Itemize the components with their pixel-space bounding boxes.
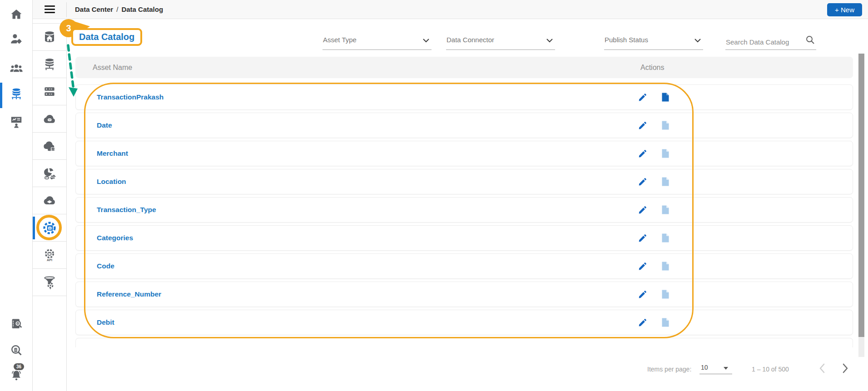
- table-row-partial: [75, 338, 853, 347]
- edit-pencil-icon[interactable]: [638, 289, 648, 299]
- file-document-icon[interactable]: [660, 289, 671, 300]
- server-racks-icon: [42, 84, 57, 99]
- new-button[interactable]: + New: [827, 3, 862, 16]
- table-row: Date: [75, 113, 853, 138]
- filter-data-connector[interactable]: Data Connector: [446, 28, 555, 50]
- sidebar-item-servers[interactable]: [33, 78, 66, 105]
- api-icon-label: API: [47, 257, 52, 262]
- table-row: TransactionPrakash: [75, 84, 853, 110]
- topbar: Data Center/Data Catalog + New: [33, 0, 868, 19]
- cloud-icon: [42, 193, 57, 208]
- breadcrumb: Data Center/Data Catalog: [75, 0, 163, 19]
- edit-pencil-icon[interactable]: [638, 261, 648, 271]
- file-document-icon[interactable]: [660, 176, 671, 187]
- asset-name-link[interactable]: Date: [97, 113, 112, 138]
- database-home-icon: [42, 30, 57, 45]
- pagination-range: 1 – 10 of 500: [752, 366, 789, 373]
- sidebar-item-cloud-data[interactable]: [33, 105, 66, 133]
- catalog-search-icon[interactable]: [10, 317, 23, 331]
- table-row: Transaction_Type: [75, 197, 853, 223]
- asset-name-link[interactable]: Location: [97, 169, 126, 194]
- filter-publish-status[interactable]: Publish Status: [604, 28, 703, 50]
- active-nav-indicator: [33, 217, 35, 239]
- secondary-sidebar: </>: [33, 0, 67, 391]
- filter-data-connector-label: Data Connector: [446, 36, 494, 44]
- next-page-button[interactable]: [839, 362, 851, 374]
- edit-pencil-icon[interactable]: [638, 92, 648, 102]
- funnel-gear-icon: [42, 275, 57, 290]
- filter-publish-status-label: Publish Status: [605, 36, 648, 44]
- notifications-bell-icon[interactable]: [10, 369, 23, 382]
- file-document-icon[interactable]: [660, 92, 671, 103]
- topbar-divider: [66, 2, 67, 17]
- dropdown-arrow-icon: [724, 367, 728, 370]
- search-input[interactable]: [726, 38, 801, 46]
- notification-count-badge: 36: [14, 363, 24, 370]
- sidebar-item-data-sources[interactable]: [33, 51, 66, 78]
- table-row: Reference_Number: [75, 282, 853, 307]
- edit-pencil-icon[interactable]: [638, 317, 648, 327]
- sidebar-item-data-exchange[interactable]: [33, 160, 66, 187]
- breadcrumb-item-data-center[interactable]: Data Center: [75, 5, 113, 13]
- cloud-database-code-icon: </>: [42, 139, 57, 153]
- users-group-icon[interactable]: [10, 61, 23, 75]
- file-document-icon[interactable]: [660, 261, 671, 272]
- edit-pencil-icon[interactable]: [638, 177, 648, 187]
- active-nav-indicator: [0, 83, 2, 108]
- asset-name-link[interactable]: Merchant: [97, 141, 128, 166]
- breadcrumb-item-data-catalog[interactable]: Data Catalog: [121, 5, 163, 13]
- data-search-icon[interactable]: [10, 343, 23, 357]
- items-per-page-label: Items per page:: [647, 366, 691, 373]
- sidebar-item-cloud-code[interactable]: </>: [33, 133, 66, 160]
- sidebar-item-data-funnel[interactable]: [33, 269, 66, 296]
- scrollbar-thumb[interactable]: [858, 54, 864, 337]
- edit-pencil-icon[interactable]: [638, 233, 648, 243]
- catalog-gear-database-icon: [42, 221, 57, 235]
- data-center-icon[interactable]: [10, 87, 23, 101]
- file-document-icon[interactable]: [660, 317, 671, 328]
- user-admin-icon[interactable]: [10, 32, 23, 46]
- filter-asset-type[interactable]: Asset Type: [322, 28, 432, 50]
- asset-name-link[interactable]: Categories: [97, 226, 133, 250]
- sidebar-item-data-catalog-active[interactable]: [33, 214, 66, 242]
- primary-sidebar: 36: [0, 0, 33, 391]
- breadcrumb-separator: /: [116, 5, 118, 13]
- table-row: Code: [75, 253, 853, 279]
- asset-name-link[interactable]: Transaction_Type: [97, 198, 156, 222]
- hamburger-menu-icon[interactable]: [45, 5, 55, 13]
- filter-asset-type-label: Asset Type: [323, 36, 357, 44]
- svg-text:</>: </>: [51, 148, 55, 150]
- edit-pencil-icon[interactable]: [638, 120, 648, 130]
- file-document-icon[interactable]: [660, 148, 671, 159]
- sidebar-item-api[interactable]: API: [33, 242, 66, 269]
- table-row: Merchant: [75, 141, 853, 166]
- file-document-icon[interactable]: [660, 120, 671, 131]
- sidebar-item-cloud[interactable]: [33, 187, 66, 214]
- table-row: Categories: [75, 225, 853, 251]
- items-per-page-select[interactable]: 10: [699, 362, 732, 374]
- edit-pencil-icon[interactable]: [638, 148, 648, 158]
- table-header: Asset Name Actions: [75, 57, 853, 78]
- asset-name-link[interactable]: Reference_Number: [97, 282, 161, 307]
- search-icon[interactable]: [805, 35, 815, 45]
- file-document-icon[interactable]: [660, 204, 671, 215]
- asset-name-link[interactable]: Debit: [97, 310, 114, 335]
- asset-name-link[interactable]: TransactionPrakash: [97, 85, 164, 109]
- file-document-icon[interactable]: [660, 233, 671, 243]
- asset-name-link[interactable]: Code: [97, 254, 114, 278]
- column-header-asset-name: Asset Name: [93, 57, 132, 78]
- column-header-actions: Actions: [640, 57, 664, 78]
- edit-pencil-icon[interactable]: [638, 205, 648, 215]
- chevron-down-icon: [694, 39, 701, 43]
- database-server-icon: [42, 57, 57, 72]
- previous-page-button[interactable]: [817, 362, 828, 374]
- table-row: Location: [75, 169, 853, 194]
- pie-exchange-icon: [42, 166, 57, 181]
- page-title: Data Catalog: [71, 28, 142, 46]
- cloud-database-icon: [42, 112, 57, 126]
- ml-presentation-icon[interactable]: [10, 115, 23, 129]
- scrollbar-track[interactable]: [858, 54, 864, 357]
- home-icon[interactable]: [10, 8, 23, 21]
- items-per-page-value: 10: [701, 364, 708, 371]
- api-gear-icon: API: [42, 248, 57, 262]
